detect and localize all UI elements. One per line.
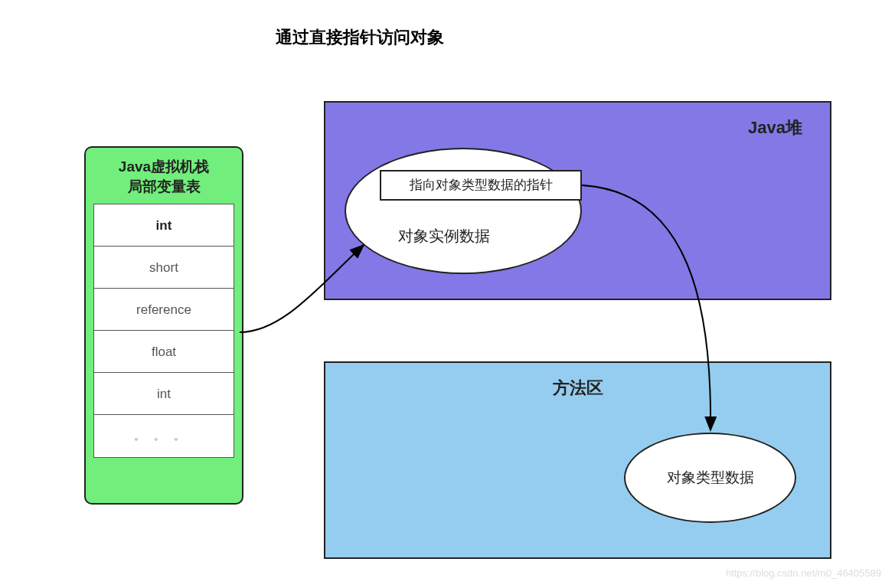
type-data-label: 对象类型数据 <box>667 468 754 488</box>
stack-title: Java虚拟机栈 局部变量表 <box>93 157 234 196</box>
heap-title: Java堆 <box>748 116 802 139</box>
object-instance-ellipse <box>345 148 582 274</box>
method-area-title: 方法区 <box>553 377 603 400</box>
stack-cell: int <box>94 204 234 247</box>
stack-cell: short <box>94 247 234 289</box>
local-var-table: int short reference float int 。。。 <box>93 204 234 458</box>
stack-cell: int <box>94 373 234 415</box>
jvm-stack-box: Java虚拟机栈 局部变量表 int short reference float… <box>84 146 243 505</box>
stack-cell: float <box>94 331 234 373</box>
diagram-title: 通过直接指针访问对象 <box>276 26 444 49</box>
stack-cell-ellipsis: 。。。 <box>94 415 234 457</box>
type-pointer-box: 指向对象类型数据的指针 <box>380 170 582 201</box>
instance-data-label: 对象实例数据 <box>398 226 490 247</box>
stack-title-line1: Java虚拟机栈 <box>119 158 209 175</box>
watermark: https://blog.csdn.net/m0_46405589 <box>726 567 881 579</box>
object-type-data-ellipse: 对象类型数据 <box>624 433 796 523</box>
stack-title-line2: 局部变量表 <box>128 178 201 194</box>
stack-cell-reference: reference <box>94 289 234 331</box>
